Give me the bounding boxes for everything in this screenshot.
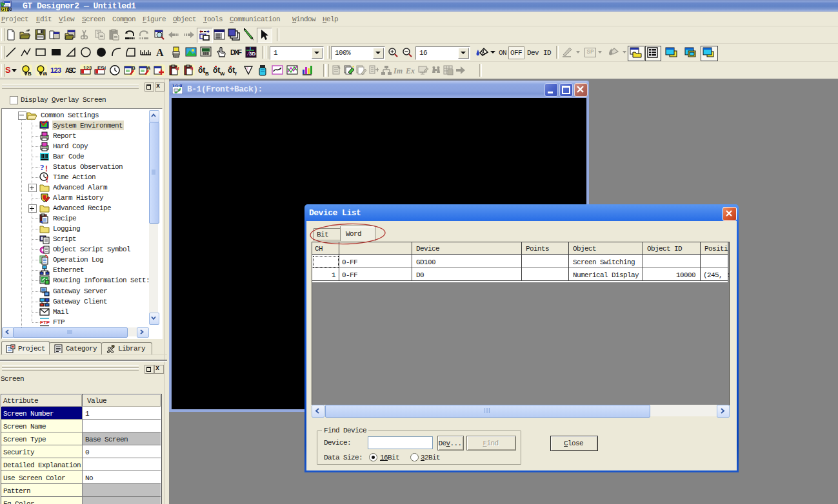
svg-text:Im: Im xyxy=(393,66,403,75)
svg-text:f: f xyxy=(235,71,237,76)
svg-text:W: W xyxy=(43,71,47,76)
svg-text:B: B xyxy=(28,71,32,76)
svg-text:W: W xyxy=(220,71,224,76)
svg-text:Ex: Ex xyxy=(405,66,415,75)
svg-text:A: A xyxy=(156,47,164,58)
svg-text:öt: öt xyxy=(213,66,220,75)
svg-text:öt: öt xyxy=(198,66,205,75)
svg-text:!: ! xyxy=(46,175,48,182)
svg-text:W: W xyxy=(146,65,150,71)
svg-text:!: ! xyxy=(45,164,48,172)
svg-text:DXF: DXF xyxy=(230,48,242,56)
svg-text:5: 5 xyxy=(190,66,194,72)
svg-text:B: B xyxy=(132,65,135,71)
svg-text:GTD2: GTD2 xyxy=(1,7,12,12)
svg-text:U: U xyxy=(175,66,179,72)
svg-text:123: 123 xyxy=(50,66,61,74)
svg-text:öt: öt xyxy=(228,66,235,75)
svg-text:B: B xyxy=(205,71,209,76)
svg-text:FTP: FTP xyxy=(40,320,50,325)
svg-text:?: ? xyxy=(40,162,45,172)
svg-text:SVD: SVD xyxy=(174,84,181,88)
svg-text:3D: 3D xyxy=(249,51,255,57)
svg-text:ASC: ASC xyxy=(65,67,76,74)
